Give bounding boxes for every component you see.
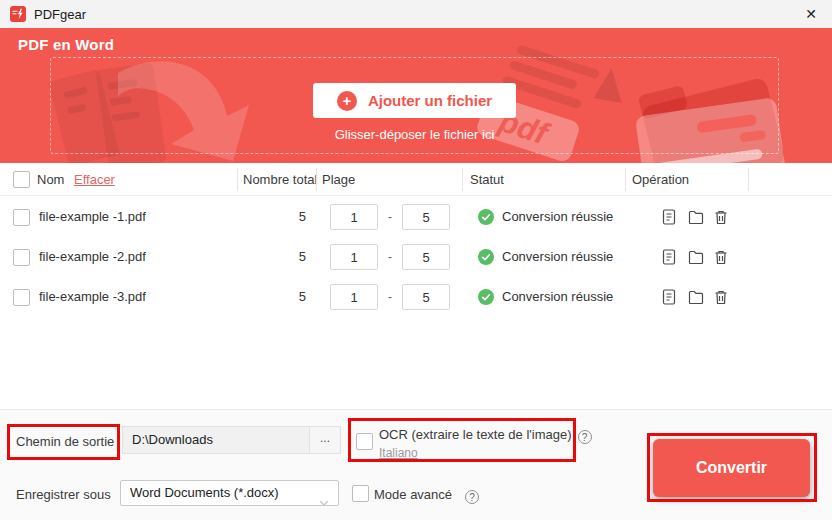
page-count: 5	[237, 277, 306, 317]
range-dash: -	[378, 237, 402, 277]
delete-icon[interactable]	[712, 248, 730, 266]
window-title: PDFgear	[34, 7, 86, 22]
delete-icon[interactable]	[712, 288, 730, 306]
add-file-button[interactable]: + Ajouter un fichier	[313, 83, 516, 118]
open-folder-icon[interactable]	[687, 208, 705, 226]
add-file-label: Ajouter un fichier	[368, 92, 492, 109]
column-range: Plage	[322, 172, 355, 187]
view-document-icon[interactable]	[660, 288, 678, 306]
ocr-checkbox[interactable]	[356, 433, 373, 450]
view-document-icon[interactable]	[660, 208, 678, 226]
advanced-help-icon[interactable]: ?	[465, 490, 479, 504]
table-row: file-example -3.pdf 5 - Conversion réuss…	[0, 277, 832, 317]
success-check-icon	[478, 249, 494, 265]
ocr-help-icon[interactable]: ?	[578, 430, 592, 444]
success-check-icon	[478, 209, 494, 225]
range-to-input[interactable]	[402, 204, 450, 230]
column-separator	[748, 168, 749, 191]
table-row: file-example -1.pdf 5 - Conversion réuss…	[0, 197, 832, 237]
column-separator	[625, 168, 626, 191]
ocr-label: OCR (extraire le texte de l'image)?	[379, 427, 592, 444]
range-from-input[interactable]	[330, 244, 378, 270]
close-button[interactable]: ✕	[799, 4, 823, 24]
page-title: PDF en Word	[18, 36, 114, 53]
file-name: file-example -2.pdf	[39, 237, 146, 277]
table-header: Nom Effacer Nombre total Plage Statut Op…	[0, 163, 832, 196]
page-count: 5	[237, 237, 306, 277]
range-to-input[interactable]	[402, 284, 450, 310]
range-from-input[interactable]	[330, 284, 378, 310]
file-dropzone[interactable]: + Ajouter un fichier Glisser-déposer le …	[50, 57, 779, 154]
status-text: Conversion réussie	[502, 277, 613, 317]
column-separator	[237, 168, 238, 191]
footer-panel: Chemin de sortie D:\Downloads ... OCR (e…	[0, 409, 832, 520]
column-name: Nom	[37, 172, 64, 187]
open-folder-icon[interactable]	[687, 288, 705, 306]
row-checkbox[interactable]	[13, 289, 30, 306]
save-format-value: Word Documents (*.docx)	[130, 485, 279, 500]
open-folder-icon[interactable]	[687, 248, 705, 266]
titlebar: PDFgear ✕	[0, 0, 832, 28]
ocr-language-link[interactable]: Italiano	[379, 446, 418, 460]
advanced-mode-checkbox[interactable]	[352, 485, 369, 502]
save-as-label: Enregistrer sous	[16, 487, 111, 502]
column-status: Statut	[470, 172, 504, 187]
select-all-checkbox[interactable]	[13, 171, 30, 188]
save-format-dropdown[interactable]: Word Documents (*.docx)	[120, 480, 339, 506]
plus-icon: +	[337, 91, 357, 111]
advanced-mode-label: Mode avancé	[374, 487, 452, 502]
browse-button[interactable]: ...	[309, 426, 341, 454]
row-checkbox[interactable]	[13, 249, 30, 266]
column-separator	[462, 168, 463, 191]
delete-icon[interactable]	[712, 208, 730, 226]
view-document-icon[interactable]	[660, 248, 678, 266]
file-name: file-example -1.pdf	[39, 197, 146, 237]
row-checkbox[interactable]	[13, 209, 30, 226]
range-dash: -	[378, 197, 402, 237]
clear-link[interactable]: Effacer	[74, 172, 115, 187]
convert-button[interactable]: Convertir	[653, 439, 810, 497]
convert-header: pdf PDF en Word + Ajouter un fichier Gli…	[0, 28, 832, 163]
pdfgear-window: PDFgear ✕ pdf	[0, 0, 832, 520]
column-total: Nombre total	[243, 172, 317, 187]
output-path-field[interactable]: D:\Downloads	[122, 426, 310, 454]
output-path-label: Chemin de sortie	[16, 434, 114, 449]
drop-hint: Glisser-déposer le fichier ici	[335, 127, 495, 142]
range-to-input[interactable]	[402, 244, 450, 270]
success-check-icon	[478, 289, 494, 305]
range-from-input[interactable]	[330, 204, 378, 230]
column-operation: Opération	[632, 172, 689, 187]
page-count: 5	[237, 197, 306, 237]
range-dash: -	[378, 277, 402, 317]
table-row: file-example -2.pdf 5 - Conversion réuss…	[0, 237, 832, 277]
app-logo-icon	[10, 6, 26, 22]
file-name: file-example -3.pdf	[39, 277, 146, 317]
status-text: Conversion réussie	[502, 197, 613, 237]
status-text: Conversion réussie	[502, 237, 613, 277]
chevron-down-icon	[319, 490, 329, 514]
column-separator	[316, 168, 317, 191]
